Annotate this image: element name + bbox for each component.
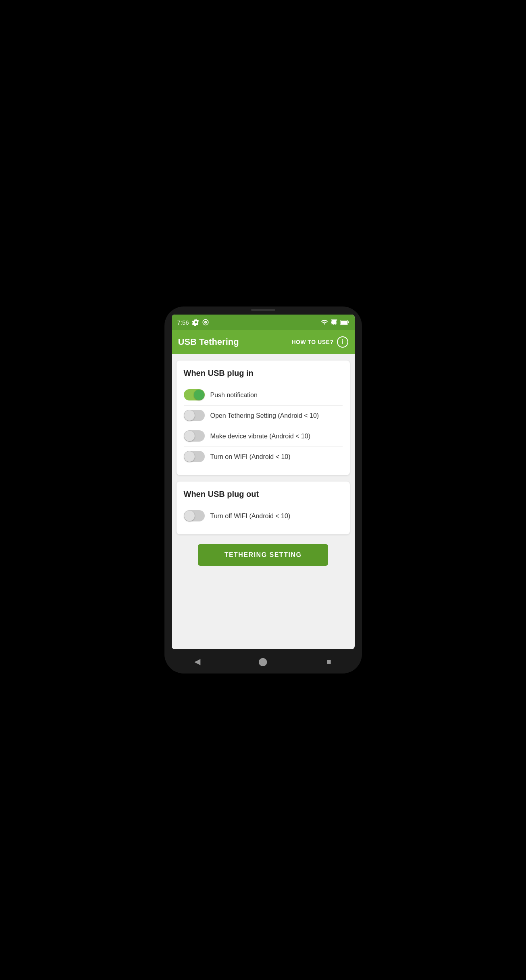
back-button[interactable]: ◀ (189, 653, 205, 669)
phone-screen: 7:56 (172, 315, 355, 649)
turn-off-wifi-label: Turn off WIFI (Android < 10) (210, 513, 291, 520)
push-notification-row: Push notification (184, 385, 343, 405)
app-title: USB Tethering (178, 337, 292, 347)
open-tethering-toggle[interactable] (184, 410, 205, 422)
turn-off-wifi-toggle[interactable] (184, 510, 205, 522)
turn-on-wifi-track[interactable] (184, 451, 205, 462)
open-tethering-track[interactable] (184, 410, 205, 421)
plug-in-card: When USB plug in Push notification (177, 361, 350, 475)
make-vibrate-thumb (184, 431, 195, 441)
push-notification-thumb (194, 390, 204, 400)
svg-rect-1 (334, 321, 335, 324)
make-vibrate-label: Make device vibrate (Android < 10) (210, 433, 311, 440)
content-area: When USB plug in Push notification (172, 354, 355, 649)
turn-on-wifi-row: Turn on WIFI (Android < 10) (184, 447, 343, 467)
make-vibrate-row: Make device vibrate (Android < 10) (184, 426, 343, 446)
bottom-nav: ◀ ⬤ ■ (164, 649, 362, 673)
plug-out-card: When USB plug out Turn off WIFI (Android… (177, 482, 350, 534)
home-button[interactable]: ⬤ (255, 653, 271, 669)
turn-off-wifi-row: Turn off WIFI (Android < 10) (184, 506, 343, 526)
recents-button[interactable]: ■ (321, 653, 337, 669)
status-bar: 7:56 (172, 315, 355, 330)
app-bar: USB Tethering HOW TO USE? i (172, 330, 355, 354)
plug-out-card-title: When USB plug out (184, 490, 343, 499)
info-icon: i (337, 336, 348, 348)
how-to-use-label: HOW TO USE? (291, 339, 333, 345)
tethering-setting-button[interactable]: TETHERING SETTING (198, 544, 328, 566)
turn-off-wifi-thumb (184, 511, 195, 521)
open-tethering-row: Open Tethering Setting (Android < 10) (184, 406, 343, 426)
battery-icon (340, 319, 349, 325)
svg-rect-3 (331, 323, 331, 325)
plug-in-card-title: When USB plug in (184, 369, 343, 378)
gear-icon (192, 319, 200, 326)
svg-rect-0 (335, 320, 336, 325)
turn-on-wifi-toggle[interactable] (184, 451, 205, 463)
make-vibrate-toggle[interactable] (184, 430, 205, 442)
phone-frame: 7:56 (164, 307, 362, 673)
how-to-use-button[interactable]: HOW TO USE? i (291, 336, 348, 348)
push-notification-track[interactable] (184, 389, 205, 400)
turn-off-wifi-track[interactable] (184, 510, 205, 521)
svg-rect-5 (347, 321, 348, 323)
push-notification-toggle[interactable] (184, 389, 205, 401)
svg-rect-6 (341, 321, 347, 324)
status-icons-right (321, 319, 349, 326)
status-icons (192, 319, 209, 326)
signal-icon (331, 319, 338, 326)
notch (251, 309, 275, 311)
turn-on-wifi-thumb (184, 451, 195, 462)
target-icon (202, 319, 209, 326)
wifi-icon (321, 319, 328, 326)
make-vibrate-track[interactable] (184, 430, 205, 442)
open-tethering-label: Open Tethering Setting (Android < 10) (210, 412, 319, 419)
status-time: 7:56 (177, 319, 189, 326)
svg-rect-2 (332, 322, 333, 324)
open-tethering-thumb (184, 410, 195, 421)
push-notification-label: Push notification (210, 392, 258, 399)
turn-on-wifi-label: Turn on WIFI (Android < 10) (210, 453, 291, 461)
